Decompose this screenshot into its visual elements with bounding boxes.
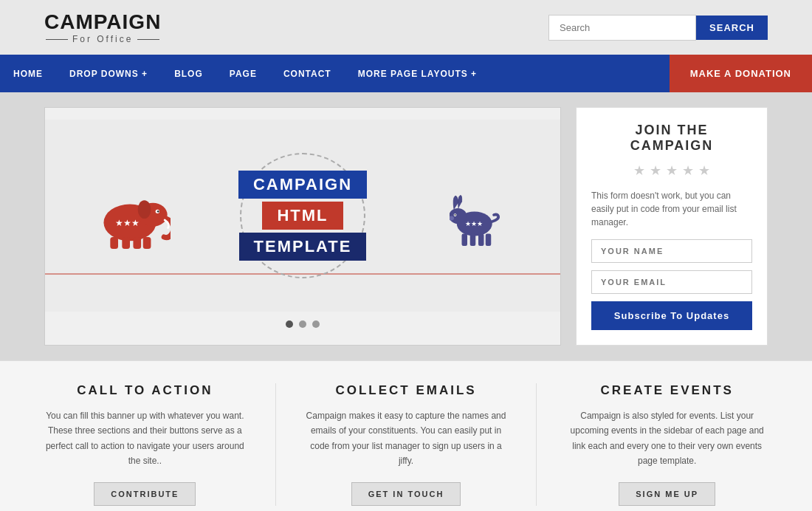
- nav-items: HOME DROP DOWNS + BLOG PAGE CONTACT MORE…: [0, 55, 670, 92]
- nav-item-blog[interactable]: BLOG: [161, 55, 216, 92]
- search-area: SEARCH: [548, 15, 768, 41]
- svg-rect-18: [486, 233, 492, 246]
- nav-item-more[interactable]: MORE PAGE LAYOUTS +: [345, 55, 490, 92]
- bottom-col-1: CALL TO ACTION You can fill this banner …: [44, 383, 246, 506]
- col3-text: Campaign is also styled for events. List…: [566, 408, 768, 469]
- star-2: ★: [650, 162, 661, 179]
- svg-text:★★★: ★★★: [115, 217, 140, 227]
- col2-text: Campaign makes it easy to capture the na…: [306, 408, 507, 469]
- nav-item-contact[interactable]: CONTACT: [270, 55, 345, 92]
- badge-labels: CAMPAIGN HTML TEMPLATE: [238, 171, 367, 261]
- bottom-section: CALL TO ACTION You can fill this banner …: [0, 360, 812, 511]
- svg-point-4: [138, 200, 151, 219]
- svg-rect-7: [133, 237, 141, 249]
- svg-rect-8: [143, 237, 151, 249]
- divider-1: [275, 383, 276, 506]
- star-3: ★: [666, 162, 678, 179]
- logo-subtitle: For Office: [46, 34, 159, 44]
- star-5: ★: [698, 162, 710, 179]
- svg-rect-5: [110, 237, 118, 249]
- svg-text:★★★: ★★★: [465, 220, 483, 227]
- col2-title: COLLECT EMAILS: [306, 383, 507, 398]
- badge-ring: CAMPAIGN HTML TEMPLATE: [240, 153, 365, 278]
- logo-title: CAMPAIGN: [44, 10, 161, 34]
- badge-line1: CAMPAIGN: [238, 171, 367, 199]
- donkey-icon: ★★★: [450, 188, 501, 243]
- slider-area: ★★★ CAMPAIGN HTML TEMPLATE: [44, 107, 561, 346]
- main-content: ★★★ CAMPAIGN HTML TEMPLATE: [0, 92, 812, 360]
- col3-title: CREATE EVENTS: [566, 383, 768, 398]
- bottom-col-2: COLLECT EMAILS Campaign makes it easy to…: [306, 383, 507, 506]
- svg-point-3: [157, 210, 159, 213]
- name-input[interactable]: [591, 239, 752, 263]
- col1-button[interactable]: CONTRIBUTE: [94, 482, 196, 506]
- divider-2: [536, 383, 537, 506]
- badge-line2: HTML: [262, 202, 343, 230]
- svg-point-13: [455, 214, 456, 216]
- nav-item-page[interactable]: PAGE: [216, 55, 270, 92]
- stars: ★ ★ ★ ★ ★: [591, 162, 752, 179]
- dot-3[interactable]: [312, 320, 320, 328]
- search-input[interactable]: [548, 15, 696, 41]
- elephant-icon: ★★★: [89, 190, 156, 241]
- dot-2[interactable]: [299, 320, 306, 328]
- logo: CAMPAIGN For Office: [44, 10, 161, 44]
- col3-button[interactable]: SIGN ME UP: [619, 482, 715, 506]
- col1-text: You can fill this banner up with whateve…: [44, 408, 246, 469]
- svg-rect-6: [122, 237, 130, 249]
- slider-dots: [286, 312, 320, 334]
- search-button[interactable]: SEARCH: [696, 16, 768, 40]
- slider-inner: ★★★ CAMPAIGN HTML TEMPLATE: [45, 120, 560, 312]
- star-1: ★: [633, 162, 645, 179]
- svg-rect-17: [478, 233, 484, 246]
- email-input[interactable]: [591, 270, 752, 294]
- badge-line3: TEMPLATE: [239, 233, 367, 261]
- bottom-col-3: CREATE EVENTS Campaign is also styled fo…: [566, 383, 768, 506]
- col1-title: CALL TO ACTION: [44, 383, 246, 398]
- nav-donate-button[interactable]: MAKE A DONATION: [670, 55, 812, 92]
- nav-item-dropdowns[interactable]: DROP DOWNS +: [56, 55, 161, 92]
- svg-rect-15: [462, 233, 468, 246]
- subscribe-button[interactable]: Subscribe To Updates: [591, 301, 752, 330]
- sidebar: JOIN THE CAMPAIGN ★ ★ ★ ★ ★ This form do…: [576, 107, 768, 346]
- sidebar-title: JOIN THE CAMPAIGN: [591, 123, 752, 154]
- sidebar-description: This form doesn't work, but you can easi…: [591, 189, 752, 229]
- dot-1[interactable]: [286, 320, 293, 328]
- svg-rect-16: [470, 233, 476, 246]
- nav-item-home[interactable]: HOME: [0, 55, 56, 92]
- col2-button[interactable]: GET IN TOUCH: [351, 482, 461, 506]
- center-badge: CAMPAIGN HTML TEMPLATE: [240, 153, 365, 278]
- svg-point-11: [450, 208, 467, 224]
- star-4: ★: [682, 162, 694, 179]
- nav-bar: HOME DROP DOWNS + BLOG PAGE CONTACT MORE…: [0, 55, 812, 92]
- header: CAMPAIGN For Office SEARCH: [0, 0, 812, 55]
